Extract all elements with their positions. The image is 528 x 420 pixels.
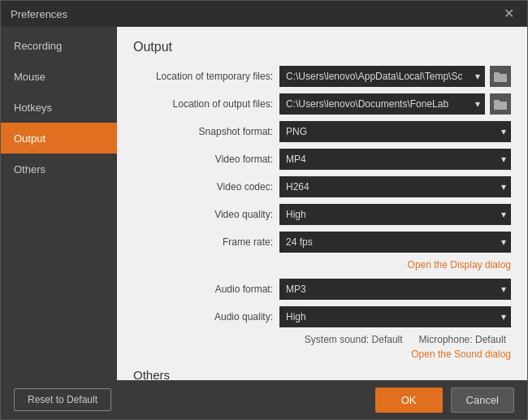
audio-format-select[interactable]: MP3 [279, 279, 511, 300]
video-format-select-wrap: MP4 [279, 149, 511, 170]
audio-quality-select-wrap: High [279, 306, 511, 327]
audio-quality-label: Audio quality: [133, 311, 279, 323]
output-files-folder-button[interactable] [490, 93, 511, 115]
microphone-label: Microphone: Default [419, 334, 506, 345]
display-link-row: Open the Display dialog [133, 259, 511, 271]
temp-files-label: Location of temporary files: [133, 71, 279, 82]
snapshot-format-control: PNG [279, 121, 511, 142]
main-content: Output Location of temporary files: C:\U… [117, 27, 527, 380]
sound-link-row: Open the Sound dialog [133, 349, 511, 360]
frame-rate-select[interactable]: 24 fps [279, 232, 511, 253]
video-format-row: Video format: MP4 [133, 149, 511, 170]
video-codec-row: Video codec: H264 [133, 176, 511, 197]
sidebar-item-label: Others [14, 163, 45, 175]
dialog-body: Recording Mouse Hotkeys Output Others Ou… [1, 27, 527, 380]
video-codec-select[interactable]: H264 [279, 176, 511, 197]
sidebar-item-recording[interactable]: Recording [1, 30, 117, 61]
temp-files-select-wrap: C:\Users\lenovo\AppData\Local\Temp\Scree… [279, 66, 485, 87]
video-format-label: Video format: [133, 154, 279, 165]
video-quality-label: Video quality: [133, 209, 279, 220]
svg-rect-0 [494, 74, 507, 82]
output-files-select[interactable]: C:\Users\lenovo\Documents\FoneLab [279, 93, 485, 115]
video-format-select[interactable]: MP4 [279, 149, 511, 170]
sidebar-item-mouse[interactable]: Mouse [1, 61, 117, 92]
output-files-select-wrap: C:\Users\lenovo\Documents\FoneLab [279, 93, 485, 115]
video-format-control: MP4 [279, 149, 511, 170]
video-codec-control: H264 [279, 176, 511, 197]
temp-files-control: C:\Users\lenovo\AppData\Local\Temp\Scree… [279, 66, 511, 87]
cancel-button[interactable]: Cancel [451, 388, 514, 413]
video-quality-select[interactable]: High [279, 204, 511, 225]
section-title: Output [133, 40, 511, 54]
frame-rate-control: 24 fps [279, 232, 511, 253]
svg-rect-3 [494, 100, 500, 102]
sidebar-item-output[interactable]: Output [1, 123, 117, 154]
output-files-label: Location of output files: [133, 98, 279, 110]
video-codec-select-wrap: H264 [279, 176, 511, 197]
others-section-title: Others [133, 368, 511, 380]
snapshot-format-label: Snapshot format: [133, 126, 279, 137]
temp-files-select[interactable]: C:\Users\lenovo\AppData\Local\Temp\Scree… [279, 66, 485, 87]
video-quality-select-wrap: High [279, 204, 511, 225]
folder-icon [494, 71, 507, 82]
audio-format-select-wrap: MP3 [279, 279, 511, 300]
title-bar: Preferences ✕ [1, 1, 527, 27]
video-quality-row: Video quality: High [133, 204, 511, 225]
video-codec-label: Video codec: [133, 181, 279, 193]
ok-button[interactable]: OK [375, 388, 443, 413]
output-files-control: C:\Users\lenovo\Documents\FoneLab [279, 93, 511, 115]
reset-button[interactable]: Reset to Default [14, 388, 111, 411]
folder-icon [494, 99, 507, 110]
audio-format-row: Audio format: MP3 [133, 279, 511, 300]
sidebar-item-label: Recording [14, 40, 62, 52]
close-button[interactable]: ✕ [500, 6, 517, 22]
display-dialog-link[interactable]: Open the Display dialog [408, 259, 511, 271]
frame-rate-row: Frame rate: 24 fps [133, 232, 511, 253]
sidebar-item-label: Mouse [14, 71, 45, 83]
frame-rate-label: Frame rate: [133, 236, 279, 248]
snapshot-format-select[interactable]: PNG [279, 121, 511, 142]
dialog-title: Preferences [11, 8, 67, 20]
footer: Reset to Default OK Cancel [1, 380, 527, 419]
sidebar: Recording Mouse Hotkeys Output Others [1, 27, 117, 380]
sound-dialog-link[interactable]: Open the Sound dialog [411, 349, 511, 360]
temp-files-row: Location of temporary files: C:\Users\le… [133, 66, 511, 87]
audio-format-label: Audio format: [133, 284, 279, 295]
audio-quality-select[interactable]: High [279, 306, 511, 327]
snapshot-format-select-wrap: PNG [279, 121, 511, 142]
svg-rect-2 [494, 102, 507, 110]
footer-buttons: OK Cancel [375, 388, 514, 413]
preferences-dialog: Preferences ✕ Recording Mouse Hotkeys Ou… [0, 0, 528, 420]
sidebar-item-label: Hotkeys [14, 102, 52, 114]
sidebar-item-label: Output [14, 132, 45, 145]
sidebar-item-hotkeys[interactable]: Hotkeys [1, 92, 117, 123]
audio-format-control: MP3 [279, 279, 511, 300]
svg-rect-1 [494, 72, 500, 75]
temp-files-folder-button[interactable] [490, 66, 511, 87]
snapshot-format-row: Snapshot format: PNG [133, 121, 511, 142]
audio-quality-control: High [279, 306, 511, 327]
sidebar-item-others[interactable]: Others [1, 154, 117, 184]
system-sound-label: System sound: Default [305, 334, 403, 345]
audio-quality-row: Audio quality: High [133, 306, 511, 327]
frame-rate-select-wrap: 24 fps [279, 232, 511, 253]
video-quality-control: High [279, 204, 511, 225]
output-files-row: Location of output files: C:\Users\lenov… [133, 93, 511, 115]
sound-status-row: System sound: Default Microphone: Defaul… [133, 334, 511, 345]
